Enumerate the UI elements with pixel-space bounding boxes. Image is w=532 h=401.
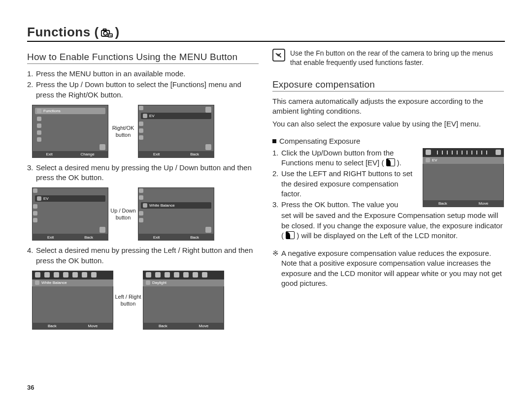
footer-exit: Exit	[153, 152, 160, 156]
step-4: Select a desired menu by pressing the Le…	[36, 246, 259, 266]
wb-icon	[82, 272, 87, 278]
screenshot-wb-list: White Balance Exit Back	[138, 187, 214, 241]
star-note: A negative exposure compensation value r…	[281, 248, 504, 288]
r-step-1: Click the Up/Down button from the Functi…	[281, 148, 418, 168]
wb-icon	[63, 272, 68, 278]
screenshot-daylight: Daylight Back Move	[143, 271, 224, 330]
svg-rect-1	[103, 29, 106, 31]
screenshot-wb-grid: White Balance Back Move	[32, 271, 113, 330]
footer-change: Change	[81, 152, 95, 156]
step-3: Select a desired menu by pressing the Up…	[36, 163, 259, 183]
wb-icon	[54, 272, 59, 278]
wb-icon	[44, 272, 50, 278]
wb-icon	[202, 272, 207, 278]
title-text: Functions (	[27, 25, 99, 39]
wb-icon	[193, 272, 198, 278]
step-2: Press the Up / Down button to select the…	[36, 80, 259, 100]
menu-item-icon	[37, 117, 41, 121]
title-close-paren: )	[115, 25, 120, 39]
ev-item-icon	[143, 114, 147, 118]
footer-exit: Exit	[46, 152, 52, 156]
page-number: 36	[27, 384, 34, 391]
ann-right-ok: Right/OK button	[108, 125, 138, 138]
menu-item-icon	[139, 106, 143, 110]
wb-icon	[155, 272, 161, 278]
menu-item-icon	[139, 218, 143, 222]
intro-1: This camera automatically adjusts the ex…	[272, 96, 504, 117]
step-num-4: 4.	[27, 246, 36, 266]
ev-item-icon	[37, 196, 41, 201]
menu-item-icon	[139, 128, 143, 133]
footer-exit: Exit	[153, 235, 160, 240]
ev-icon	[386, 158, 395, 166]
bullet-compensating: Compensating Exposure	[279, 137, 360, 145]
screenshot-functions-menu: Functions Exit Change	[32, 105, 108, 158]
menu-item-icon	[139, 188, 143, 193]
menu-item-icon	[33, 188, 37, 193]
footer-back: Back	[159, 324, 167, 328]
wb-selected-icon	[35, 280, 39, 285]
menu-item-icon	[37, 130, 41, 135]
right-column: Use the Fn button on the rear of the cam…	[272, 49, 504, 335]
right-subhead: Exposure compensation	[272, 79, 504, 92]
menu-item-icon	[37, 137, 41, 142]
footer-move: Move	[88, 324, 98, 328]
wb-icon	[183, 272, 189, 278]
r-step-num-1: 1.	[272, 148, 281, 168]
r-step-3a: Press the OK button. The value you	[281, 200, 418, 210]
menu-item-icon	[139, 122, 143, 126]
step-num-1: 1.	[27, 69, 36, 79]
screenshot-ev-menu: EV Exit Back	[138, 105, 214, 158]
screenshot-ev-selected: EV Exit Back	[32, 187, 108, 241]
footer-back: Back	[48, 324, 57, 328]
step-num-3: 3.	[27, 163, 36, 183]
footer-back: Back	[190, 152, 199, 156]
step-num-2: 2.	[27, 80, 36, 100]
nav-icon	[100, 144, 105, 150]
ev-tick-icon	[496, 150, 501, 155]
footer-exit: Exit	[47, 235, 54, 240]
ann-up-down: Up / Down button	[108, 208, 138, 220]
camera-icon	[37, 109, 41, 113]
square-bullet-icon	[272, 139, 276, 143]
page-title: Functions ( Fn )	[27, 25, 505, 42]
step-1: Press the MENU button in an available mo…	[36, 69, 259, 79]
nav-icon	[100, 227, 105, 233]
menu-item-icon	[37, 123, 41, 128]
ann-left-right: Left / Right button	[113, 294, 143, 307]
wb-icon	[174, 272, 179, 278]
camera-fn-icon: Fn	[101, 29, 113, 37]
wb-icon	[91, 272, 97, 278]
intro-2: You can also select the exposure value b…	[272, 119, 504, 129]
menu-item-icon	[33, 204, 37, 209]
star-bullet-icon: ※	[272, 248, 281, 288]
svg-point-2	[103, 31, 107, 35]
footer-move: Move	[479, 201, 489, 206]
svg-text:Fn: Fn	[108, 34, 112, 37]
note-icon	[272, 49, 285, 62]
nav-icon	[205, 227, 211, 233]
ev-icon	[286, 231, 295, 239]
wb-icon	[35, 272, 40, 278]
r-step-2: Use the LEFT and RIGHT buttons to set th…	[281, 169, 418, 199]
left-subhead: How to Enable Functions Using the MENU B…	[27, 52, 259, 64]
ev-tick-icon	[426, 150, 431, 155]
wb-icon	[72, 272, 78, 278]
footer-back: Back	[438, 201, 447, 206]
footer-back: Back	[190, 235, 199, 240]
screenshot-ev-bar: EV Back Move	[423, 148, 504, 207]
footer-move: Move	[199, 324, 209, 328]
ev-scale	[437, 151, 490, 154]
left-column: How to Enable Functions Using the MENU B…	[27, 49, 259, 335]
ev-selected-icon	[426, 158, 430, 162]
wb-item-icon	[143, 203, 147, 208]
menu-item-icon	[33, 211, 37, 216]
r-step-num-2: 2.	[272, 169, 281, 199]
menu-item-icon	[139, 195, 143, 200]
note-text: Use the Fn button on the rear of the cam…	[290, 49, 504, 67]
menu-item-icon	[33, 218, 37, 222]
menu-item-icon	[139, 135, 143, 140]
r-step-num-3: 3.	[272, 200, 281, 210]
r-step-3b: set will be saved and the Exposure Compe…	[272, 211, 504, 241]
footer-back: Back	[84, 235, 93, 240]
